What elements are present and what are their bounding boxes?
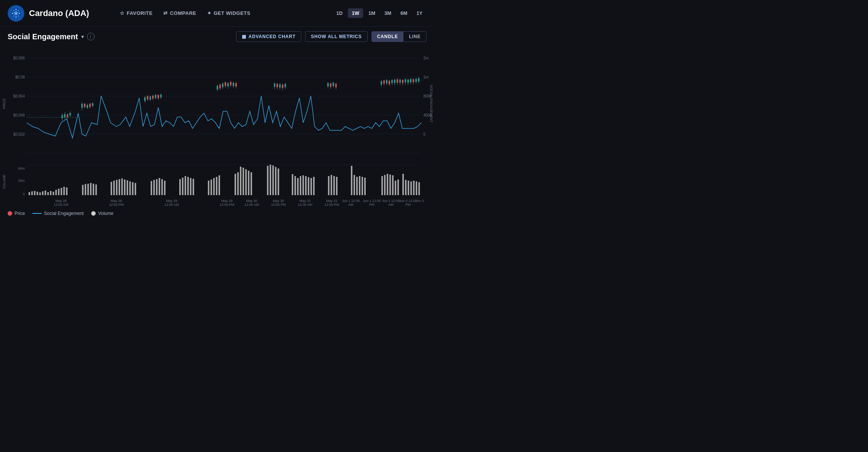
tf-3m[interactable]: 3M [381, 8, 395, 18]
info-icon[interactable]: i [87, 33, 95, 40]
svg-rect-154 [87, 184, 89, 195]
svg-rect-224 [405, 180, 407, 195]
widgets-button[interactable]: ✦ GET WIDGETS [207, 9, 251, 18]
svg-point-7 [12, 13, 13, 14]
svg-rect-209 [336, 177, 338, 195]
svg-rect-128 [407, 80, 409, 83]
svg-rect-90 [274, 83, 275, 87]
svg-rect-100 [327, 83, 329, 87]
compare-icon: ⇄ [163, 10, 168, 16]
svg-rect-205 [313, 177, 315, 195]
tf-1d[interactable]: 1D [333, 8, 347, 18]
tf-1w[interactable]: 1W [348, 8, 363, 18]
svg-text:$0.048: $0.048 [13, 113, 25, 117]
svg-rect-222 [397, 180, 399, 195]
svg-text:May 31: May 31 [299, 199, 311, 203]
svg-rect-52 [84, 104, 85, 107]
svg-rect-58 [92, 103, 93, 106]
svg-rect-204 [310, 178, 312, 195]
svg-text:12:00 AM: 12:00 AM [54, 203, 68, 207]
svg-rect-130 [410, 79, 411, 82]
chart-section: Social Engagement ▾ i ▦ ADVANCED CHART S… [0, 27, 434, 220]
chart-svg: $0.096 $0.08 $0.064 $0.048 $0.032 PRICE … [0, 46, 434, 207]
svg-rect-46 [67, 114, 68, 117]
svg-rect-148 [58, 189, 59, 195]
svg-rect-78 [222, 83, 223, 87]
candle-view-button[interactable]: CANDLE [371, 31, 404, 42]
svg-text:0: 0 [423, 132, 426, 136]
svg-rect-132 [413, 79, 414, 82]
svg-rect-213 [359, 176, 360, 195]
svg-rect-82 [227, 83, 229, 87]
svg-text:$0.08: $0.08 [15, 75, 25, 79]
svg-rect-153 [85, 184, 86, 195]
svg-rect-44 [64, 114, 66, 117]
svg-rect-104 [333, 83, 334, 86]
svg-rect-218 [387, 174, 388, 195]
svg-point-13 [14, 13, 15, 14]
svg-text:12:00 PM: 12:00 PM [271, 203, 286, 207]
svg-rect-174 [179, 179, 181, 195]
chart-controls: ▦ ADVANCED CHART SHOW ALL METRICS CANDLE… [236, 31, 426, 42]
svg-rect-203 [308, 177, 309, 195]
svg-rect-169 [153, 180, 155, 195]
svg-point-6 [13, 15, 14, 16]
svg-rect-126 [405, 79, 406, 82]
svg-rect-92 [276, 84, 278, 87]
compare-button[interactable]: ⇄ COMPARE [163, 9, 196, 18]
advanced-chart-button[interactable]: ▦ ADVANCED CHART [236, 31, 301, 42]
svg-rect-225 [408, 181, 409, 195]
chart-title: Social Engagement [8, 32, 78, 41]
svg-rect-62 [147, 96, 148, 99]
svg-text:12:00 AM: 12:00 AM [298, 203, 312, 207]
svg-rect-176 [185, 176, 186, 195]
svg-rect-147 [55, 190, 57, 195]
tf-6m[interactable]: 6M [397, 8, 411, 18]
show-all-metrics-button[interactable]: SHOW ALL METRICS [305, 31, 367, 42]
svg-rect-66 [152, 96, 154, 99]
svg-rect-134 [415, 79, 417, 82]
tf-1y[interactable]: 1Y [413, 8, 426, 18]
svg-rect-110 [383, 80, 385, 83]
svg-text:0: 0 [23, 192, 25, 196]
svg-point-12 [16, 14, 17, 15]
svg-rect-226 [410, 181, 412, 195]
svg-rect-173 [164, 181, 166, 195]
svg-text:$0.096: $0.096 [13, 56, 25, 60]
chart-title-area: Social Engagement ▾ i [8, 32, 95, 41]
svg-rect-185 [235, 174, 236, 195]
svg-rect-211 [354, 175, 355, 195]
svg-text:12:00 PM: 12:00 PM [325, 203, 339, 207]
svg-rect-142 [42, 191, 43, 195]
svg-rect-163 [124, 180, 125, 195]
svg-rect-187 [240, 167, 241, 195]
svg-point-5 [15, 16, 17, 18]
svg-rect-229 [418, 182, 420, 195]
svg-rect-214 [362, 177, 363, 195]
svg-rect-54 [87, 105, 88, 108]
svg-text:May 30: May 30 [273, 199, 284, 203]
svg-rect-86 [233, 83, 234, 86]
svg-text:SOCIAL ENGAGEMENT: SOCIAL ENGAGEMENT [429, 85, 433, 123]
line-view-button[interactable]: LINE [403, 31, 426, 42]
svg-rect-146 [53, 192, 54, 195]
svg-text:AM: AM [348, 203, 354, 207]
volume-legend-dot [91, 211, 96, 216]
chart-dropdown-arrow[interactable]: ▾ [81, 34, 84, 40]
svg-rect-219 [389, 175, 391, 195]
svg-rect-212 [356, 177, 358, 195]
svg-rect-145 [50, 191, 51, 195]
svg-rect-124 [402, 80, 403, 83]
svg-rect-223 [402, 174, 404, 195]
svg-rect-221 [395, 181, 396, 195]
svg-rect-179 [193, 179, 194, 195]
tf-1m[interactable]: 1M [365, 8, 379, 18]
widget-icon: ✦ [207, 10, 212, 16]
svg-rect-151 [66, 188, 68, 195]
svg-rect-207 [331, 175, 332, 195]
svg-rect-140 [37, 192, 38, 195]
svg-text:May 30: May 30 [246, 199, 257, 203]
svg-rect-171 [159, 178, 160, 195]
legend-social: Social Engagement [32, 211, 84, 216]
favorite-button[interactable]: ☆ FAVORITE [120, 9, 153, 18]
